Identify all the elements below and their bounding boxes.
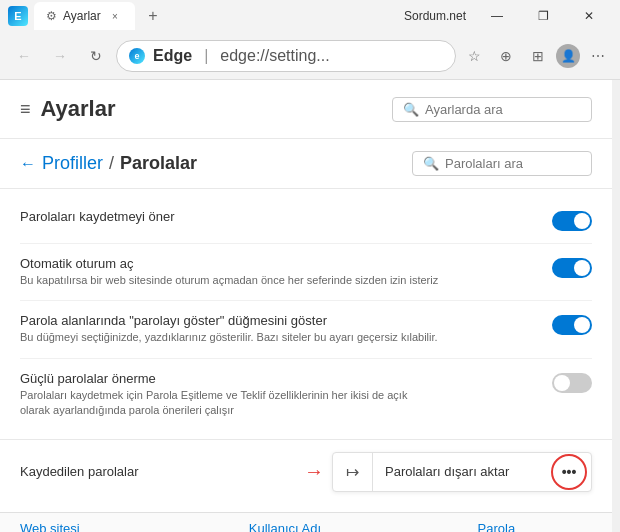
settings-panel: ≡ Ayarlar 🔍 ← Profiller / Parolalar 🔍 — [0, 80, 612, 532]
close-button[interactable]: ✕ — [566, 0, 612, 32]
breadcrumb-back-button[interactable]: ← — [20, 155, 36, 173]
breadcrumb-parent-link[interactable]: Profiller — [42, 153, 103, 174]
option-text-autologin: Otomatik oturum aç Bu kapatılırsa bir we… — [20, 256, 552, 288]
tab-close-button[interactable]: × — [107, 8, 123, 24]
option-row-save-passwords: Parolaları kaydetmeyi öner — [20, 197, 592, 244]
password-search-input[interactable] — [445, 156, 581, 171]
scrollbar-track[interactable] — [612, 80, 620, 532]
refresh-button[interactable]: ↻ — [80, 40, 112, 72]
breadcrumb-separator: / — [109, 153, 114, 174]
option-label-show-password: Parola alanlarında "parolayı göster" düğ… — [20, 313, 552, 328]
titlebar: E ⚙ Ayarlar × + Sordum.net — ❐ ✕ — [0, 0, 620, 32]
password-search-icon: 🔍 — [423, 156, 439, 171]
option-row-autologin: Otomatik oturum aç Bu kapatılırsa bir we… — [20, 244, 592, 301]
option-desc-strong-passwords: Parolaları kaydetmek için Parola Eşitlem… — [20, 388, 440, 419]
option-text-save: Parolaları kaydetmeyi öner — [20, 209, 552, 226]
maximize-button[interactable]: ❐ — [520, 0, 566, 32]
minimize-button[interactable]: — — [474, 0, 520, 32]
option-label-save: Parolaları kaydetmeyi öner — [20, 209, 552, 224]
site-label: Sordum.net — [404, 9, 466, 23]
toggle-autologin[interactable] — [552, 258, 592, 278]
toggle-save-passwords[interactable] — [552, 211, 592, 231]
col-password-header: Parola — [478, 521, 592, 532]
option-text-strong-passwords: Güçlü parolalar önerme Parolaları kaydet… — [20, 371, 552, 419]
new-tab-button[interactable]: + — [141, 4, 165, 28]
breadcrumb-section: ← Profiller / Parolalar 🔍 — [0, 139, 612, 189]
share-icon[interactable]: ⊞ — [524, 42, 552, 70]
export-text-label: Parolaları dışarı aktar — [373, 464, 551, 479]
edge-logo-icon: e — [129, 48, 145, 64]
export-arrow-icon: → — [304, 460, 324, 483]
address-url-text: edge://setting... — [220, 47, 329, 65]
export-icon: ↦ — [333, 452, 373, 492]
browser-name-label: Edge — [153, 47, 192, 65]
menu-button[interactable]: ⋯ — [584, 42, 612, 70]
profile-avatar[interactable]: 👤 — [556, 44, 580, 68]
col-website-header: Web sitesi — [20, 521, 249, 532]
saved-passwords-header: Kaydedilen parolalar → ↦ Parolaları dışa… — [20, 452, 592, 492]
settings-tab[interactable]: ⚙ Ayarlar × — [34, 2, 135, 30]
forward-button[interactable]: → — [44, 40, 76, 72]
settings-title-area: ≡ Ayarlar — [20, 96, 116, 122]
export-row: ↦ Parolaları dışarı aktar ••• — [332, 452, 592, 492]
hamburger-icon[interactable]: ≡ — [20, 99, 31, 120]
option-desc-show-password: Bu düğmeyi seçtiğinizde, yazdıklarınız g… — [20, 330, 440, 345]
settings-search-input[interactable] — [425, 102, 581, 117]
toggle-strong-passwords[interactable] — [552, 373, 592, 393]
saved-passwords-label: Kaydedilen parolalar — [20, 464, 139, 479]
address-bar[interactable]: e Edge | edge://setting... — [116, 40, 456, 72]
saved-passwords-section: Kaydedilen parolalar → ↦ Parolaları dışa… — [0, 439, 612, 512]
toggle-show-password[interactable] — [552, 315, 592, 335]
option-label-autologin: Otomatik oturum aç — [20, 256, 552, 271]
content-area: ≡ Ayarlar 🔍 ← Profiller / Parolalar 🔍 — [0, 80, 620, 532]
back-button[interactable]: ← — [8, 40, 40, 72]
option-row-strong-passwords: Güçlü parolalar önerme Parolaları kaydet… — [20, 359, 592, 431]
titlebar-right-area: Sordum.net — ❐ ✕ — [404, 0, 612, 32]
option-row-show-password: Parola alanlarında "parolayı göster" düğ… — [20, 301, 592, 358]
browser-logo: E — [8, 6, 28, 26]
settings-search-bar[interactable]: 🔍 — [392, 97, 592, 122]
toolbar: ← → ↻ e Edge | edge://setting... ☆ ⊕ ⊞ 👤… — [0, 32, 620, 80]
col-username-header: Kullanıcı Adı — [249, 521, 478, 532]
settings-tab-icon: ⚙ — [46, 9, 57, 23]
settings-tab-label: Ayarlar — [63, 9, 101, 23]
table-header: Web sitesi Kullanıcı Adı Parola — [0, 512, 612, 532]
search-icon: 🔍 — [403, 102, 419, 117]
breadcrumb-current-page: Parolalar — [120, 153, 197, 174]
export-area: → ↦ Parolaları dışarı aktar ••• — [304, 452, 592, 492]
settings-title-text: Ayarlar — [41, 96, 116, 122]
toolbar-icons: ☆ ⊕ ⊞ 👤 ⋯ — [460, 42, 612, 70]
option-desc-autologin: Bu kapatılırsa bir web sitesinde oturum … — [20, 273, 440, 288]
titlebar-left: E ⚙ Ayarlar × + — [8, 2, 165, 30]
export-more-icon: ••• — [562, 464, 577, 480]
breadcrumb: ← Profiller / Parolalar — [20, 153, 197, 174]
collections-icon[interactable]: ⊕ — [492, 42, 520, 70]
option-label-strong-passwords: Güçlü parolalar önerme — [20, 371, 552, 386]
options-list: Parolaları kaydetmeyi öner Otomatik otur… — [0, 189, 612, 439]
export-more-button[interactable]: ••• — [551, 454, 587, 490]
settings-header: ≡ Ayarlar 🔍 — [0, 80, 612, 139]
address-separator: | — [204, 47, 208, 65]
favorites-icon[interactable]: ☆ — [460, 42, 488, 70]
password-search-bar[interactable]: 🔍 — [412, 151, 592, 176]
option-text-show-password: Parola alanlarında "parolayı göster" düğ… — [20, 313, 552, 345]
